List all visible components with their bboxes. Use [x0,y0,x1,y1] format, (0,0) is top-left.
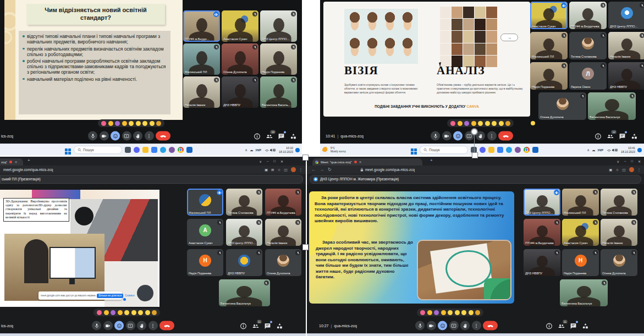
network-sound-battery-icons[interactable] [263,148,277,152]
browser-tab[interactable]: Meet: "qua-mics-zcq" ✕ [312,158,422,166]
next-slide-arrow-icon[interactable]: → [500,34,518,41]
side-panel-icon[interactable]: ◫ [622,168,625,172]
more-options-button[interactable] [145,131,154,141]
end-call-button[interactable] [483,321,498,331]
participant-tile[interactable]: ННадія Поданева [187,249,223,276]
reaction-thumbs-up-icon[interactable] [108,121,113,126]
notification-badge[interactable] [637,148,642,152]
participant-tile[interactable]: Валентина Василь... [260,76,297,108]
maximize-icon[interactable]: □ [273,159,276,163]
photos-icon[interactable] [151,147,157,153]
reaction-thinking-icon[interactable] [469,310,474,315]
reaction-surprised-icon[interactable] [485,121,490,126]
participant-tile[interactable]: Олена Духопела [538,92,586,120]
discord-icon[interactable] [480,147,486,153]
discord-icon[interactable] [134,147,140,153]
end-call-button[interactable] [159,321,174,331]
end-call-button[interactable] [156,131,170,141]
taskbar-search[interactable]: Пошук [74,146,122,154]
reaction-crying-icon[interactable] [461,310,466,315]
browser-tab[interactable]: zcq" ✕ [0,158,23,166]
participant-tile[interactable]: ДНЗ Центр ЛППО... [226,219,262,246]
reactions-button[interactable] [453,131,463,141]
reactions-button[interactable] [114,321,124,331]
reaction-party-popper-icon[interactable] [434,310,439,315]
activities-button[interactable] [276,322,283,329]
forward-icon[interactable]: → [320,167,324,172]
participant-tile[interactable]: ДНЗ НВВПУ [524,249,560,276]
reaction-thinking-icon[interactable] [499,121,504,126]
bookmark-star-icon[interactable]: ☆ [278,168,281,172]
reaction-party-popper-icon[interactable] [111,310,115,315]
taskbar-search[interactable]: Пошук [420,146,468,154]
translate-icon[interactable]: ⊞ [271,168,274,172]
notification-badge[interactable] [295,148,300,152]
mic-button[interactable] [431,131,440,141]
keyboard-language[interactable]: УКР [256,148,261,152]
hide-link[interactable]: Сховати [125,294,135,297]
reaction-party-popper-icon[interactable] [115,121,120,126]
reaction-clapping-icon[interactable] [471,121,476,126]
tray-chevron-icon[interactable]: ∧ [245,148,247,152]
cast-icon[interactable]: ▣ [265,168,268,172]
participant-tile[interactable]: Олена Духопела [265,249,301,276]
browser-menu-icon[interactable]: ⋮ [637,168,641,172]
network-sound-battery-icons[interactable] [606,148,619,152]
reaction-thumbs-down-icon[interactable] [505,121,510,126]
close-tab-icon[interactable]: ✕ [359,160,362,164]
info-button[interactable] [254,133,261,140]
participant-tile[interactable]: Валентина Васильчук [219,279,270,306]
new-tab-button[interactable]: + [430,158,433,163]
participant-tile[interactable]: Тетяна Степанова [601,189,637,216]
tab-search-icon[interactable]: ∨ [260,159,262,163]
info-button[interactable] [595,133,602,140]
mic-button[interactable] [415,321,425,331]
participant-tile[interactable]: Надія Поданева [530,62,568,90]
participant-tile[interactable]: ДНЗ Центр ЛППО... [524,189,560,216]
raise-hand-button[interactable] [133,131,142,141]
camera-button[interactable] [442,131,452,141]
reaction-thinking-icon[interactable] [150,121,155,126]
address-bar[interactable]: meet.google.com/qua-mics-zcq [365,168,415,172]
reaction-crying-icon[interactable] [142,121,147,126]
participant-tile[interactable]: ПТУ#4 м.Бердичева [569,2,607,29]
reaction-thinking-icon[interactable] [145,310,150,315]
browser-menu-icon[interactable]: ⋮ [299,168,303,172]
telegram-icon[interactable] [160,147,166,153]
close-window-icon[interactable]: ✕ [638,159,641,163]
reaction-laughing-icon[interactable] [478,121,483,126]
participant-tile[interactable]: Малинський ПЛ [562,189,599,216]
address-bar[interactable]: meet.google.com/qua-mics-zcq [3,168,53,172]
mic-button[interactable] [92,321,101,331]
chat-button[interactable] [264,322,271,329]
folder-icon[interactable] [488,147,494,153]
reaction-thumbs-up-icon[interactable] [427,310,432,315]
participant-tile[interactable]: Тетяна Степанова [569,32,607,59]
participant-tile[interactable]: Надія Поданева [260,43,297,75]
reaction-thumbs-down-icon[interactable] [475,310,480,315]
reaction-heart-icon[interactable] [420,310,425,315]
onedrive-icon[interactable]: ☁ [250,148,254,152]
participant-tile[interactable]: ДНЗ НВВПУ [226,249,262,276]
file-explorer-icon[interactable] [125,147,131,153]
reactions-button[interactable] [111,131,120,141]
reaction-thumbs-down-icon[interactable] [156,121,161,126]
people-button[interactable]: 11 [558,322,565,329]
resize-handle-top-left[interactable] [302,155,309,161]
people-button[interactable]: 12 [607,133,614,140]
end-call-button[interactable] [498,131,513,141]
raise-hand-button[interactable] [137,321,146,331]
info-button[interactable] [240,322,247,329]
participant-tile[interactable]: Наталія Іваник [601,219,637,246]
participant-tile[interactable]: Наталія Іваник [608,32,644,59]
chat-button[interactable] [278,133,285,140]
reaction-laughing-icon[interactable] [129,121,134,126]
close-window-icon[interactable]: ✕ [280,159,283,163]
present-button[interactable] [126,321,135,331]
participant-tile[interactable]: ААнастасия Сукач [187,219,223,246]
participant-tile[interactable]: ННадія Поданева [562,249,599,276]
outlook-icon[interactable] [532,147,538,153]
participant-tile[interactable]: ЛЛариса Сімон [569,62,607,90]
resize-handle-top-center[interactable] [472,152,478,158]
reaction-crying-icon[interactable] [492,121,497,126]
